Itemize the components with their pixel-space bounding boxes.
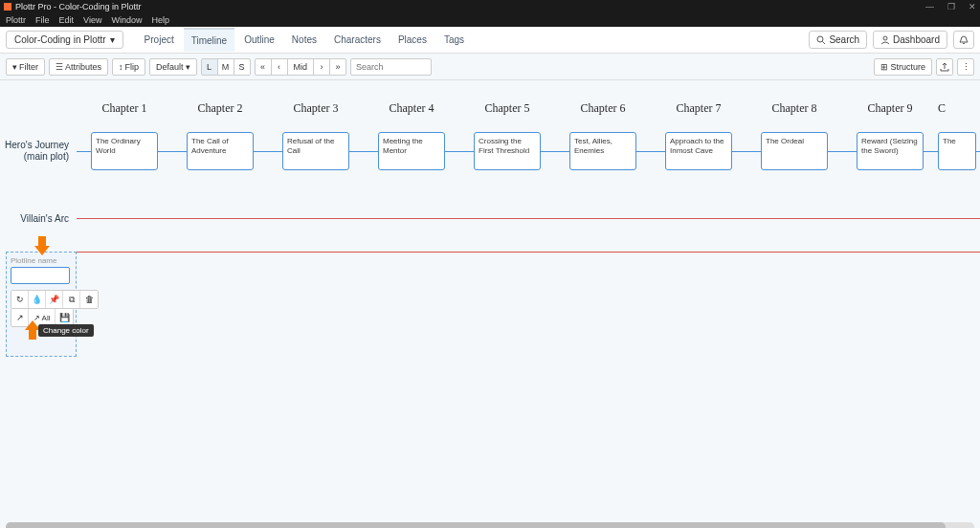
scene-card[interactable]: Crossing the First Threshold [474,132,541,170]
scene-card[interactable]: The Ordeal [761,132,828,170]
nav-mid[interactable]: Mid [287,58,315,76]
scene-card[interactable]: Approach to the Inmost Cave [665,132,732,170]
template-label: Default [156,62,184,72]
attributes-button[interactable]: ☰ Attributes [49,58,108,76]
timeline-search-input[interactable] [350,58,432,76]
confirm-button[interactable]: ↻ [11,291,29,308]
chapter-header-row: Chapter 1 Chapter 2 Chapter 3 Chapter 4 … [0,90,980,129]
nav-last[interactable]: » [329,58,346,76]
chapter-header[interactable]: Chapter 5 [459,90,555,129]
maximize-button[interactable]: ❐ [947,2,955,11]
menu-bar: Plottr File Edit View Window Help [0,13,980,27]
pin-icon: 📌 [49,295,59,304]
plotline-name-editor: Plotline name ↻ 💧 📌 ⧉ 🗑 ↗ ↗All 💾 Change … [6,252,77,357]
tab-characters[interactable]: Characters [326,29,389,51]
menu-view[interactable]: View [83,15,101,25]
chevron-down-icon: ▾ [186,62,190,72]
chapter-header[interactable]: Chapter 8 [746,90,842,129]
menu-help[interactable]: Help [151,15,169,25]
scrollbar-thumb[interactable] [6,522,946,528]
close-button[interactable]: ✕ [969,2,976,11]
scene-card[interactable]: Refusal of the Call [282,132,349,170]
more-button[interactable]: ⋮ [957,58,974,76]
filter-label: Filter [19,62,38,72]
plotline-connector [77,218,980,219]
tooltip: Change color [38,324,94,337]
check-icon: ↻ [16,295,24,304]
chapter-header[interactable]: Chapter 6 [555,90,651,129]
pin-button[interactable]: 📌 [46,291,63,308]
kebab-icon: ⋮ [962,62,970,72]
plotline-label[interactable]: Hero's Journey (main plot) [0,140,77,163]
scene-card[interactable]: Test, Allies, Enemies [569,132,636,170]
svg-point-0 [817,36,823,42]
list-icon: ☰ [56,62,63,72]
copy-icon: ⧉ [69,295,75,305]
book-selector[interactable]: Color-Coding in Plottr ▾ [6,31,123,49]
flip-icon: ↕ [119,62,123,72]
structure-icon: ⊞ [880,62,888,72]
zoom-medium[interactable]: M [217,58,234,76]
plotline-row-editing: Plotline name ↻ 💧 📌 ⧉ 🗑 ↗ ↗All 💾 Change … [0,252,980,357]
chapter-header[interactable]: Chapter 4 [364,90,459,129]
menu-plottr[interactable]: Plottr [6,15,26,25]
zoom-group: L M S [201,58,251,76]
export-button[interactable] [936,58,953,76]
chapter-header[interactable]: Chapter 3 [268,90,364,129]
copy-button[interactable]: ⧉ [63,291,80,308]
scene-card[interactable]: Reward (Seizing the Sword) [857,132,924,170]
plotline-connector [77,252,980,253]
chapter-header[interactable]: Chapter 9 [842,90,938,129]
menu-file[interactable]: File [35,15,50,25]
bell-icon [959,35,969,45]
flip-button[interactable]: ↕ Flip [112,58,145,76]
delete-button[interactable]: 🗑 [80,291,98,308]
scene-card[interactable]: The Ordinary World [91,132,158,170]
share-icon [940,62,949,72]
chapter-header[interactable]: Chapter 7 [651,90,746,129]
save-icon: 💾 [59,313,70,322]
plotline-label[interactable]: Villain's Arc [0,213,77,224]
zoom-small[interactable]: S [234,58,251,76]
template-dropdown[interactable]: Default ▾ [149,58,197,76]
scene-card[interactable]: The [938,132,976,170]
menu-window[interactable]: Window [111,15,142,25]
horizontal-scrollbar[interactable] [6,522,974,528]
dashboard-button[interactable]: Dashboard [873,31,947,49]
user-icon [880,35,890,45]
flip-label: Flip [125,62,140,72]
plotline-row-villain: Villain's Arc [0,196,980,240]
search-button[interactable]: Search [809,31,867,49]
tab-places[interactable]: Places [390,29,434,51]
nav-prev[interactable]: ‹ [271,58,288,76]
nav-next[interactable]: › [313,58,330,76]
scene-card[interactable]: The Call of Adventure [187,132,254,170]
tab-tags[interactable]: Tags [436,29,472,51]
structure-label: Structure [890,62,925,72]
scene-card[interactable]: Meeting the Mentor [378,132,445,170]
filter-icon: ▾ [12,62,17,72]
plotline-edit-actions: ↻ 💧 📌 ⧉ 🗑 [11,290,99,309]
attributes-label: Attributes [65,62,101,72]
chapter-header[interactable]: Chapter 1 [77,90,172,129]
notifications-button[interactable] [953,31,974,49]
chapter-header[interactable]: C [938,90,976,129]
plotline-name-input[interactable] [11,267,70,284]
tab-timeline[interactable]: Timeline [184,28,234,52]
menu-edit[interactable]: Edit [59,15,75,25]
zoom-large[interactable]: L [201,58,218,76]
chapter-header[interactable]: Chapter 2 [172,90,268,129]
nav-first[interactable]: « [255,58,272,76]
dashboard-button-label: Dashboard [893,34,940,45]
structure-button[interactable]: ⊞ Structure [874,58,932,76]
filter-button[interactable]: ▾ Filter [6,58,45,76]
tab-outline[interactable]: Outline [236,29,282,51]
timeline-toolbar: ▾ Filter ☰ Attributes ↕ Flip Default ▾ L… [0,54,980,80]
trash-icon: 🗑 [85,295,94,304]
minimize-button[interactable]: — [925,2,934,11]
change-color-button[interactable]: 💧 [29,291,46,308]
tab-notes[interactable]: Notes [284,29,324,51]
window-title-bar: Plottr Pro - Color-Coding in Plottr — ❐ … [0,0,980,13]
search-icon [816,35,826,45]
tab-project[interactable]: Project [137,29,182,51]
